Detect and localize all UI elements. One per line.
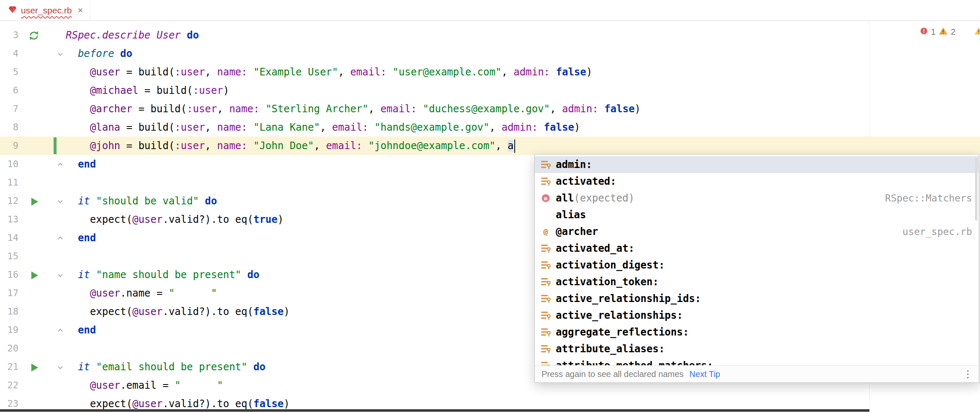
completion-item-all[interactable]: mall(expected)RSpec::Matchers	[535, 190, 979, 206]
code-text: @lana = build(:user, name: "Lana Kane", …	[66, 118, 580, 137]
line-number[interactable]: 18	[0, 302, 18, 321]
parameter-icon	[539, 310, 552, 321]
line-number[interactable]: 12	[0, 192, 18, 210]
code-line-3[interactable]: 3RSpec.describe User do	[0, 26, 980, 44]
line-number[interactable]: 17	[0, 284, 18, 302]
completion-item-activated[interactable]: activated:	[535, 173, 979, 190]
popup-scrollbar[interactable]	[975, 158, 977, 221]
completion-item-activation_digest[interactable]: activation_digest:	[535, 257, 979, 274]
kebab-menu-icon[interactable]: ⋮	[963, 368, 972, 380]
tab-user-spec[interactable]: user_spec.rb ×	[0, 0, 90, 21]
line-number[interactable]: 22	[0, 376, 18, 395]
line-number[interactable]: 13	[0, 210, 18, 229]
line-number[interactable]: 19	[0, 321, 18, 339]
run-test-icon[interactable]	[27, 192, 41, 210]
popup-hint-text: Press again to see all declared names	[542, 369, 683, 379]
line-number[interactable]: 8	[0, 118, 18, 137]
next-tip-link[interactable]: Next Tip	[689, 369, 720, 379]
code-text: RSpec.describe User do	[66, 26, 199, 44]
parameter-icon	[539, 260, 552, 271]
line-number[interactable]: 4	[0, 44, 18, 63]
completion-item-label: activated:	[556, 176, 616, 187]
line-number[interactable]: 6	[0, 81, 18, 100]
completion-item-label: alias	[556, 209, 586, 221]
line-number[interactable]: 11	[0, 173, 18, 192]
parameter-icon	[539, 176, 552, 187]
variable-icon: @	[539, 226, 552, 237]
completion-item-alias[interactable]: alias	[535, 206, 979, 223]
bottom-panel-border	[0, 409, 869, 412]
code-line-9[interactable]: 9 @john = build(:user, name: "John Doe",…	[0, 137, 980, 155]
code-line-5[interactable]: 5 @user = build(:user, name: "Example Us…	[0, 63, 980, 81]
method-icon: m	[539, 193, 552, 204]
completion-list: admin:activated:mall(expected)RSpec::Mat…	[535, 155, 979, 365]
error-icon	[920, 27, 928, 37]
completion-item-label: attribute_aliases:	[556, 343, 665, 355]
fold-marker-icon[interactable]	[55, 155, 66, 173]
run-test-icon[interactable]	[27, 266, 41, 284]
line-number[interactable]: 15	[0, 247, 18, 266]
svg-text:m: m	[544, 195, 547, 201]
completion-item-label: active_relationships:	[556, 310, 683, 321]
code-text: @archer = build(:user, name: "Sterling A…	[66, 100, 641, 118]
code-line-6[interactable]: 6 @michael = build(:user)	[0, 81, 980, 100]
completion-item-label: admin:	[556, 159, 592, 170]
text-caret	[514, 139, 515, 153]
run-all-tests-icon[interactable]	[27, 26, 41, 44]
completion-item-label: all	[556, 192, 574, 204]
fold-marker-icon[interactable]	[55, 229, 66, 247]
code-line-8[interactable]: 8 @lana = build(:user, name: "Lana Kane"…	[0, 118, 980, 137]
completion-item-origin: user_spec.rb	[894, 226, 972, 237]
parameter-icon	[539, 276, 552, 287]
code-text: @john = build(:user, name: "John Doe", e…	[66, 137, 515, 155]
fold-marker-icon[interactable]	[55, 321, 66, 339]
completion-popup: admin:activated:mall(expected)RSpec::Mat…	[534, 154, 979, 383]
code-text: it "email should be present" do	[66, 358, 266, 376]
fold-marker-icon[interactable]	[55, 358, 66, 376]
tab-title: user_spec.rb	[21, 5, 72, 15]
inspections-widget[interactable]: 1 2	[920, 27, 955, 37]
line-number[interactable]: 5	[0, 63, 18, 81]
completion-item-attribute_aliases[interactable]: attribute_aliases:	[535, 341, 979, 357]
line-number[interactable]: 20	[0, 339, 18, 358]
fold-marker-icon[interactable]	[55, 192, 66, 210]
editor-tab-bar: user_spec.rb ×	[0, 0, 980, 21]
line-number[interactable]: 21	[0, 358, 18, 376]
code-text: @user.name = " "	[66, 284, 217, 302]
completion-item-activated_at[interactable]: activated_at:	[535, 240, 979, 257]
completion-item-attribute_method_matchers[interactable]: attribute_method_matchers:	[535, 357, 979, 365]
code-text: end	[66, 229, 96, 247]
completion-item-label: aggregate_reflections:	[556, 326, 689, 338]
code-line-4[interactable]: 4 before do	[0, 44, 980, 63]
fold-marker-icon[interactable]	[55, 266, 66, 284]
run-test-icon[interactable]	[27, 358, 41, 376]
fold-marker-icon[interactable]	[55, 44, 66, 63]
parameter-icon	[539, 243, 552, 254]
close-tab-icon[interactable]: ×	[77, 6, 83, 15]
line-number[interactable]: 3	[0, 26, 18, 44]
line-number[interactable]: 16	[0, 266, 18, 284]
line-number[interactable]: 14	[0, 229, 18, 247]
code-text: @user.email = " "	[66, 376, 223, 395]
completion-item-label: active_relationship_ids:	[556, 293, 701, 305]
line-number[interactable]: 9	[0, 137, 18, 155]
completion-item-label: activation_token:	[556, 276, 659, 288]
code-text: end	[66, 155, 96, 173]
completion-item-admin[interactable]: admin:	[535, 156, 979, 173]
inspection-edge-icon	[974, 27, 980, 37]
code-text: @user = build(:user, name: "Example User…	[66, 63, 592, 81]
completion-item-active_relationships[interactable]: active_relationships:	[535, 307, 979, 324]
warning-count: 2	[951, 27, 955, 37]
completion-item-@archer[interactable]: @@archeruser_spec.rb	[535, 223, 979, 240]
code-text: it "name should be present" do	[66, 266, 259, 284]
completion-item-active_relationship_ids[interactable]: active_relationship_ids:	[535, 290, 979, 307]
completion-item-aggregate_reflections[interactable]: aggregate_reflections:	[535, 324, 979, 341]
parameter-icon	[539, 327, 552, 338]
completion-item-activation_token[interactable]: activation_token:	[535, 274, 979, 290]
svg-text:@: @	[544, 227, 548, 236]
parameter-icon	[539, 293, 552, 304]
line-number[interactable]: 10	[0, 155, 18, 173]
line-number[interactable]: 7	[0, 100, 18, 118]
code-line-7[interactable]: 7 @archer = build(:user, name: "Sterling…	[0, 100, 980, 118]
vcs-change-marker	[54, 137, 57, 154]
